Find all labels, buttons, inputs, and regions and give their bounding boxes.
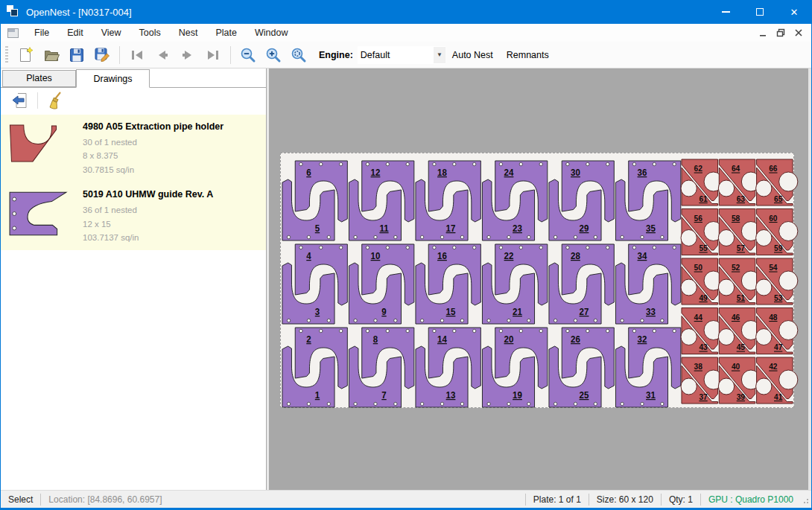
nest-pair-purple[interactable]: 2625	[549, 328, 614, 407]
mdi-close-button[interactable]	[792, 27, 805, 39]
menu-file[interactable]: File	[25, 25, 58, 40]
menu-view[interactable]: View	[92, 25, 130, 40]
svg-text:12: 12	[371, 168, 381, 177]
nest-pair-purple[interactable]: 2019	[482, 328, 547, 407]
nest-pair-purple[interactable]: 3231	[615, 328, 680, 407]
zoom-in-button[interactable]	[262, 45, 285, 66]
menu-nest[interactable]: Nest	[170, 25, 207, 40]
svg-text:47: 47	[774, 343, 783, 351]
svg-text:29: 29	[580, 223, 589, 233]
nest-pair-purple[interactable]: 87	[349, 328, 413, 407]
mdi-restore-button[interactable]	[774, 27, 787, 39]
close-icon: ✕	[790, 7, 799, 18]
nest-pair-purple[interactable]: 3029	[549, 161, 614, 240]
nest-pair-red[interactable]: 6665	[756, 159, 798, 205]
mdi-minimize-button[interactable]	[756, 27, 770, 39]
nest-pair-red[interactable]: 5857	[718, 209, 760, 255]
last-plate-button[interactable]	[202, 45, 224, 66]
nest-pair-purple[interactable]: 3635	[615, 161, 680, 240]
svg-text:27: 27	[580, 307, 589, 316]
status-location: Location: [84.8696, 60.6957]	[41, 494, 169, 506]
nest-pair-red[interactable]: 6463	[718, 159, 760, 205]
first-plate-button[interactable]	[126, 45, 148, 66]
menu-bar: File Edit View Tools Nest Plate Window	[1, 24, 811, 42]
svg-text:55: 55	[699, 244, 708, 252]
maximize-button[interactable]	[743, 0, 777, 24]
zoom-out-icon	[239, 46, 257, 64]
mdi-child-icon[interactable]	[7, 28, 19, 38]
mdi-close-icon	[794, 28, 803, 37]
nest-pair-purple[interactable]: 1817	[416, 161, 480, 240]
nest-pair-purple[interactable]: 2827	[549, 244, 614, 324]
open-button[interactable]	[40, 45, 63, 66]
app-window: OpenNest - [N0317-004] ✕ File Edit View …	[0, 0, 812, 510]
tab-drawings[interactable]: Drawings	[76, 69, 150, 88]
nest-pair-purple[interactable]: 2423	[482, 161, 547, 240]
nest-pair-purple[interactable]: 1615	[416, 244, 480, 324]
nest-pair-red[interactable]: 4847	[756, 308, 798, 354]
left-panel: Plates Drawings	[1, 68, 267, 490]
nest-pair-purple[interactable]: 3433	[615, 244, 680, 324]
new-button[interactable]	[15, 45, 37, 66]
nest-pair-purple[interactable]: 65	[282, 161, 347, 240]
toolbar-grip[interactable]	[5, 46, 8, 64]
clear-drawings-button[interactable]	[45, 90, 66, 111]
nest-pair-red[interactable]: 4645	[718, 308, 760, 354]
nest-pair-purple[interactable]: 1211	[349, 161, 413, 240]
svg-text:14: 14	[437, 334, 447, 344]
svg-text:37: 37	[699, 393, 708, 401]
nest-pair-red[interactable]: 6261	[681, 159, 723, 205]
svg-text:22: 22	[504, 251, 514, 261]
menu-tools[interactable]: Tools	[130, 25, 170, 40]
nest-pair-purple[interactable]: 2221	[482, 244, 547, 324]
nest-pair-red[interactable]: 4039	[718, 357, 760, 404]
menu-plate[interactable]: Plate	[206, 25, 246, 40]
auto-nest-button[interactable]: Auto Nest	[445, 46, 500, 64]
save-button[interactable]	[66, 45, 88, 66]
nest-pair-red[interactable]: 6059	[756, 209, 798, 255]
next-plate-button[interactable]	[177, 45, 199, 66]
nest-pair-red[interactable]: 3837	[681, 357, 723, 404]
previous-plate-button[interactable]	[151, 45, 174, 66]
mdi-restore-icon	[776, 28, 785, 37]
engine-combobox[interactable]: Default ▼	[358, 46, 445, 64]
nest-pair-red[interactable]: 4241	[756, 357, 798, 404]
save-as-button[interactable]	[91, 45, 113, 66]
plate[interactable]: 6512111817242330293635431091615222128273…	[280, 153, 794, 408]
drawing-item[interactable]: 4980 A05 Extraction pipe holder 30 of 1 …	[1, 115, 266, 182]
nest-pair-red[interactable]: 5049	[681, 258, 723, 305]
import-drawing-button[interactable]	[10, 90, 31, 111]
close-button[interactable]: ✕	[777, 0, 811, 24]
nest-pair-purple[interactable]: 21	[282, 328, 347, 407]
nest-pair-red[interactable]: 4443	[681, 308, 723, 354]
nest-pair-red[interactable]: 5655	[681, 209, 723, 255]
nest-pair-purple[interactable]: 109	[349, 244, 413, 324]
nest-pair-purple[interactable]: 1413	[416, 328, 480, 407]
svg-text:31: 31	[646, 390, 656, 400]
import-arrow-icon	[10, 91, 30, 110]
nest-pair-red[interactable]: 5251	[718, 258, 760, 305]
first-arrow-icon	[129, 47, 145, 63]
svg-text:23: 23	[513, 223, 522, 233]
menu-window[interactable]: Window	[246, 25, 296, 40]
nest-canvas[interactable]: 6512111817242330293635431091615222128273…	[269, 68, 811, 490]
broom-icon	[45, 91, 65, 110]
svg-text:58: 58	[732, 214, 740, 223]
menu-edit[interactable]: Edit	[58, 25, 92, 40]
status-size: Size: 60 x 120	[589, 494, 661, 506]
svg-text:6: 6	[306, 168, 311, 177]
nest-pair-red[interactable]: 5453	[756, 258, 798, 305]
tab-plates[interactable]: Plates	[2, 70, 76, 87]
minimize-button[interactable]	[708, 0, 743, 24]
canvas-scroll-strip[interactable]	[808, 68, 811, 490]
svg-text:26: 26	[571, 334, 580, 344]
nest-pair-purple[interactable]: 43	[282, 244, 347, 324]
resize-grip[interactable]	[801, 491, 811, 508]
drawing-nested: 36 of 1 nested	[83, 203, 261, 217]
title-bar: OpenNest - [N0317-004] ✕	[1, 0, 811, 24]
drawing-title: 5019 A10 UHMW guide Rev. A	[83, 189, 261, 200]
zoom-extents-button[interactable]	[288, 45, 310, 66]
zoom-out-button[interactable]	[237, 45, 259, 66]
drawing-item[interactable]: 5019 A10 UHMW guide Rev. A 36 of 1 neste…	[1, 182, 266, 250]
remnants-button[interactable]: Remnants	[500, 46, 556, 64]
